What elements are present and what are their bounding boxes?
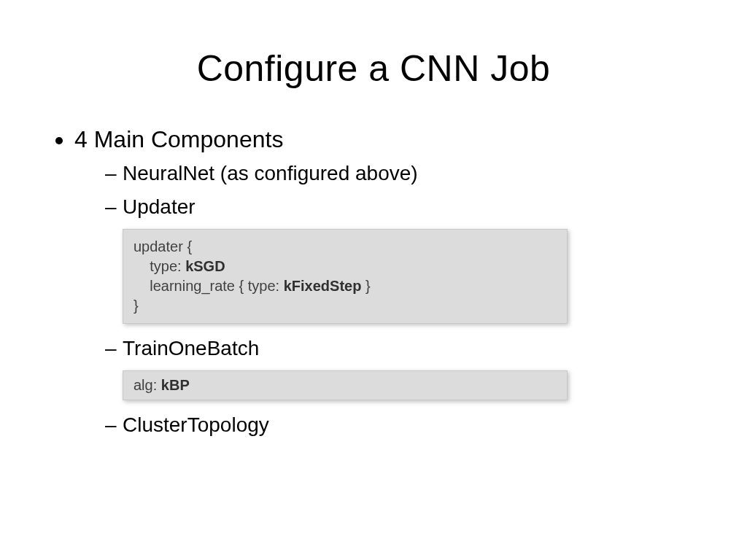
- slide-title: Configure a CNN Job: [51, 47, 696, 90]
- code-line: }: [133, 298, 139, 314]
- bullet-list-level2b: TrainOneBatch: [74, 337, 696, 360]
- subitem-updater: Updater: [105, 195, 696, 219]
- bullet-main-components: 4 Main Components NeuralNet (as configur…: [74, 126, 696, 437]
- slide: Configure a CNN Job 4 Main Components Ne…: [0, 0, 747, 560]
- code-block-alg: alg: kBP: [123, 370, 568, 400]
- subitem-neuralnet: NeuralNet (as configured above): [105, 162, 696, 185]
- bullet-list-level2: NeuralNet (as configured above) Updater: [74, 162, 696, 219]
- code-keyword: kSGD: [185, 258, 225, 274]
- bullet-list-level1: 4 Main Components NeuralNet (as configur…: [51, 126, 696, 437]
- code-line: updater {: [133, 238, 192, 254]
- code-line: alg:: [133, 377, 161, 393]
- subitem-trainonebatch: TrainOneBatch: [105, 337, 696, 360]
- code-keyword: kFixedStep: [284, 278, 362, 294]
- bullet-main-components-label: 4 Main Components: [74, 126, 283, 152]
- code-line: }: [361, 278, 370, 294]
- bullet-list-level2c: ClusterTopology: [74, 413, 696, 437]
- subitem-clustertopology: ClusterTopology: [105, 413, 696, 437]
- code-block-updater: updater { type: kSGD learning_rate { typ…: [123, 229, 568, 324]
- code-keyword: kBP: [161, 377, 190, 393]
- code-line: learning_rate { type:: [133, 278, 284, 294]
- code-line: type:: [133, 258, 185, 274]
